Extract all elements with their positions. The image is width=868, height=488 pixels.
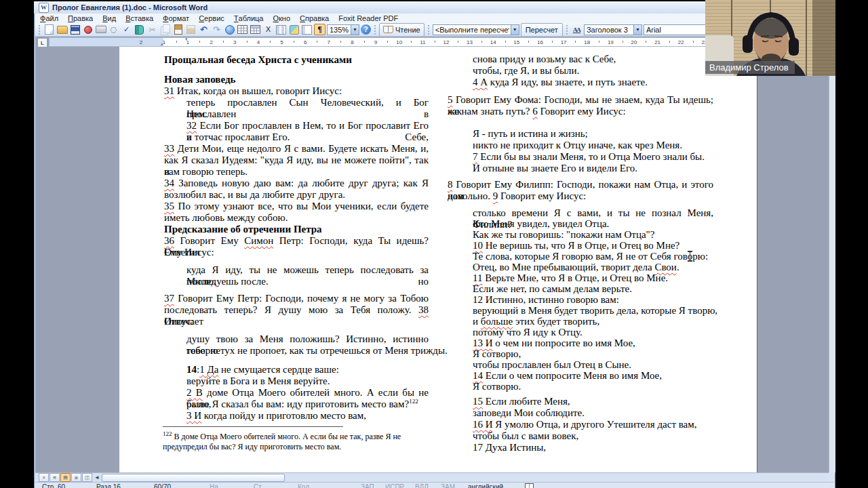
show-hide-paragraph-icon[interactable]: ¶ <box>314 24 326 35</box>
ruler-tick <box>176 41 177 43</box>
new-document-icon[interactable] <box>43 24 55 35</box>
ruler-number: 9 <box>374 39 377 45</box>
ruler-tick <box>340 41 341 43</box>
hanging-indent-marker[interactable]: ▴ <box>161 41 163 47</box>
document-page[interactable] <box>119 47 757 472</box>
undo-icon[interactable]: ↶ <box>198 24 210 35</box>
chevron-down-icon[interactable]: ▼ <box>633 25 642 35</box>
status-ovr-toggle[interactable]: ЗАМ <box>441 483 455 488</box>
ruler-number: 14 <box>490 39 496 45</box>
menu-item-сервис[interactable]: Сервис <box>194 14 229 23</box>
menu-item-окно[interactable]: Окно <box>268 14 295 23</box>
permission-icon[interactable] <box>82 24 94 35</box>
insert-hyperlink-icon-shape <box>225 25 235 35</box>
status-bar: Стр. 60Разд 1660/70НаСтКолЗАПИСПРВДЛЗАМа… <box>35 482 834 488</box>
vertical-scrollbar[interactable] <box>829 37 835 472</box>
ruler-number: 15 <box>513 39 519 45</box>
status-rec-toggle[interactable]: ЗАП <box>361 483 374 488</box>
ruler-number: 12 <box>443 39 449 45</box>
toolbar-grip[interactable] <box>374 24 376 35</box>
ruler-number: 21 <box>654 39 660 45</box>
recalc-button[interactable]: Пересчет <box>521 23 563 37</box>
research-icon[interactable] <box>134 24 145 35</box>
print-preview-icon[interactable]: ◌ <box>108 24 119 35</box>
tables-borders-icon[interactable] <box>237 24 248 35</box>
ruler-tick <box>528 41 529 43</box>
paste-icon[interactable] <box>172 24 184 35</box>
view-web-layout-button[interactable]: ≋ <box>50 473 60 482</box>
chevron-down-icon[interactable]: ▼ <box>511 25 519 35</box>
copy-icon[interactable] <box>159 24 171 35</box>
view-normal-button[interactable]: ≡ <box>39 473 49 482</box>
ruler-tick <box>646 41 646 43</box>
help-icon[interactable]: ? <box>361 24 371 35</box>
print-icon-shape <box>96 26 106 33</box>
menu-item-правка[interactable]: Правка <box>63 14 98 23</box>
save-icon[interactable] <box>69 24 81 35</box>
ruler-number: 6 <box>304 39 307 45</box>
insert-table-icon-shape <box>250 25 260 34</box>
text-cursor-pointer <box>687 251 693 262</box>
redo-icon[interactable]: ↷ <box>211 24 222 35</box>
footnote-separator <box>163 426 343 427</box>
open-icon-shape <box>57 26 68 34</box>
spelling-grammar-icon[interactable]: ✓ <box>121 24 132 35</box>
status-column: Кол <box>298 483 309 488</box>
print-icon[interactable] <box>95 24 106 35</box>
document-map-icon[interactable] <box>301 24 313 35</box>
menu-item-вид[interactable]: Вид <box>98 14 121 23</box>
ruler-tick <box>435 41 435 43</box>
view-outline-button[interactable]: ≣ <box>71 473 81 482</box>
insert-table-icon[interactable] <box>250 24 261 35</box>
scroll-left-arrow-icon[interactable]: ◄ <box>94 474 100 481</box>
drawing-icon[interactable] <box>288 24 300 35</box>
toolbar-grip[interactable] <box>427 24 430 35</box>
ruler-tick <box>505 41 506 43</box>
ruler-number: 17 <box>561 39 567 45</box>
cut-icon[interactable]: ✂ <box>146 24 158 35</box>
insert-hyperlink-icon[interactable] <box>224 24 235 35</box>
status-at: На <box>210 483 218 488</box>
style-combo[interactable]: Заголовок 3 ▼ <box>584 24 642 35</box>
status-ext-toggle[interactable]: ВДЛ <box>415 483 429 488</box>
ruler-tick <box>458 41 458 43</box>
ruler-tick <box>669 41 670 43</box>
insert-excel-icon[interactable]: X <box>262 24 274 35</box>
format-painter-icon[interactable] <box>185 24 197 35</box>
menu-item-формат[interactable]: Формат <box>158 14 194 23</box>
menu-item-foxit-reader-pdf[interactable]: Foxit Reader PDF <box>334 14 403 23</box>
word-app-icon: W <box>39 3 49 13</box>
tab-stop-selector[interactable]: L <box>37 38 47 47</box>
menu-item-файл[interactable]: Файл <box>35 14 63 23</box>
ruler-tick <box>294 41 294 43</box>
ruler-number: 20 <box>631 39 637 45</box>
open-icon[interactable] <box>56 24 68 35</box>
font-combo[interactable]: Arial ▼ <box>644 24 714 35</box>
ruler-tick <box>599 41 599 43</box>
participant-name-label: Владимир Стрелов <box>705 61 795 74</box>
view-print-layout-button[interactable]: ▤ <box>60 473 71 482</box>
menu-item-таблица[interactable]: Таблица <box>229 14 269 23</box>
toolbar-grip[interactable] <box>566 24 568 35</box>
status-trk-toggle[interactable]: ИСПР <box>385 483 404 488</box>
research-icon-shape <box>135 25 144 35</box>
first-line-indent-marker[interactable]: ▾ <box>185 37 188 42</box>
recalc-combo[interactable]: <Выполните пересчет> ▼ <box>433 24 519 35</box>
chevron-down-icon[interactable]: ▼ <box>351 25 359 35</box>
ruler-number: 10 <box>396 39 402 45</box>
save-icon-shape <box>71 25 80 35</box>
horizontal-scrollbar-thumb[interactable] <box>102 474 285 482</box>
status-page-count: 60/70 <box>154 483 171 488</box>
ruler-tick <box>317 41 317 43</box>
reading-mode-label: Чтение <box>395 26 420 34</box>
styles-and-formatting-icon[interactable]: АА <box>571 24 583 35</box>
columns-icon[interactable] <box>275 24 287 35</box>
menu-item-справка[interactable]: Справка <box>295 14 334 23</box>
menu-item-вставка[interactable]: Вставка <box>121 14 158 23</box>
paste-icon-shape <box>174 24 182 35</box>
view-reading-button[interactable]: ◫ <box>82 473 92 482</box>
status-language: английский <box>468 483 503 488</box>
reading-mode-button[interactable]: Чтение <box>379 23 425 37</box>
toolbar-grip[interactable] <box>38 24 41 35</box>
zoom-level-combo[interactable]: 135% ▼ <box>327 24 359 35</box>
